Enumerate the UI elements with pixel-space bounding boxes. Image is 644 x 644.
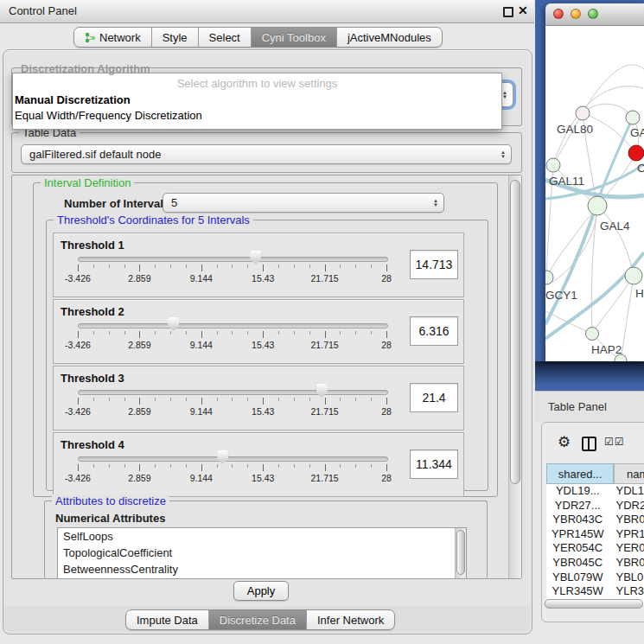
settings-scroll-panel: Interval Definition Number of Intervals …	[11, 175, 522, 579]
list-item[interactable]: BetweennessCentrality	[58, 561, 466, 577]
node-red-selected[interactable]	[628, 145, 644, 161]
threshold-panel-3: Threshold 3 -3.4262.8599.14415.4321.7152…	[53, 366, 464, 430]
table-horizontal-scrollbar[interactable]	[545, 599, 643, 609]
threshold-2-ticks	[78, 331, 387, 338]
table-row[interactable]: YLR345WYLR3	[546, 584, 644, 599]
threshold-1-tick-labels: -3.4262.8599.14415.4321.71528	[78, 273, 386, 284]
number-of-intervals-label: Number of Intervals	[64, 197, 169, 210]
node-gal80[interactable]	[576, 106, 590, 120]
column-header-name[interactable]: name	[614, 463, 644, 484]
algorithm-placeholder-option[interactable]: Select algorithm to view settings	[13, 77, 501, 90]
label-hap2: HAP2	[591, 343, 622, 356]
apply-button[interactable]: Apply	[233, 581, 289, 601]
stepper-icon: ▲▼	[501, 150, 506, 159]
column-header-shared-name[interactable]: shared...	[546, 463, 614, 484]
select-columns-icons[interactable]: ☑☑	[604, 436, 625, 448]
control-panel-tabs: Network Style Select Cyni Toolbox jActiv…	[73, 27, 443, 48]
threshold-3-slider-track[interactable]	[78, 390, 388, 395]
table-row[interactable]: YER054CYER0	[546, 541, 644, 556]
minimize-traffic-light-icon[interactable]	[571, 9, 581, 19]
list-item[interactable]: SelfLoops	[58, 528, 466, 545]
number-of-intervals-combobox[interactable]: 5 ▲▼	[163, 193, 444, 213]
bottom-tabs: Impute Data Discretize Data Infer Networ…	[125, 609, 395, 630]
threshold-4-value-field[interactable]	[410, 450, 458, 479]
threshold-3-value-field[interactable]	[410, 383, 458, 412]
node-gal4[interactable]	[588, 196, 607, 215]
network-canvas[interactable]: GAL80 GA C GAL11 GAL4 GCY1 H HAP2	[545, 26, 644, 361]
tab-select[interactable]: Select	[199, 28, 252, 47]
network-window-titlebar	[545, 3, 644, 26]
threshold-4-slider-track[interactable]	[78, 456, 388, 462]
table-data-combobox[interactable]: galFiltered.sif default node ▲▼	[21, 144, 512, 164]
node-h[interactable]	[625, 267, 642, 284]
threshold-panel-4: Threshold 4 -3.4262.8599.14415.4321.7152…	[53, 432, 464, 497]
label-gal4: GAL4	[600, 220, 630, 233]
threshold-3-slider-thumb[interactable]	[316, 384, 328, 398]
threshold-4-ticks	[78, 464, 387, 471]
network-view-window: GAL80 GA C GAL11 GAL4 GCY1 H HAP2	[545, 3, 644, 361]
tab-style[interactable]: Style	[152, 28, 199, 47]
zoom-traffic-light-icon[interactable]	[588, 9, 598, 19]
interval-definition-title: Interval Definition	[41, 176, 134, 189]
table-data-group: Table Data galFiltered.sif default node …	[11, 132, 522, 173]
node-gal11[interactable]	[546, 158, 560, 172]
list-scrollbar-thumb[interactable]	[456, 530, 465, 575]
threshold-2-slider-track[interactable]	[78, 323, 388, 328]
list-scrollbar[interactable]	[455, 528, 466, 578]
tab-network[interactable]: Network	[74, 28, 152, 47]
stepper-icon: ▲▼	[433, 199, 438, 207]
tab-cyni-toolbox[interactable]: Cyni Toolbox	[252, 28, 337, 47]
close-traffic-light-icon[interactable]	[553, 9, 564, 19]
threshold-1-slider-track[interactable]	[78, 257, 388, 262]
panel-title: Control Panel	[9, 4, 77, 17]
node-hap2[interactable]	[586, 328, 599, 341]
threshold-4-tick-labels: -3.4262.8599.14415.4321.71528	[78, 473, 386, 483]
table-row[interactable]: YBL079WYBL0	[546, 571, 644, 585]
number-of-intervals-value: 5	[171, 196, 177, 209]
tab-jactivemnodules[interactable]: jActiveMNodules	[337, 28, 442, 47]
threshold-1-value-field[interactable]	[410, 250, 458, 279]
threshold-1-ticks	[78, 265, 387, 271]
threshold-4-label: Threshold 4	[61, 438, 124, 451]
node-top-right[interactable]	[626, 111, 640, 124]
algorithm-option-equal-width[interactable]: Equal Width/Frequency Discretization	[15, 109, 202, 122]
table-row[interactable]: YPR145WYPR1	[546, 527, 644, 542]
threshold-3-ticks	[78, 398, 387, 405]
settings-scrollbar[interactable]	[508, 175, 521, 578]
threshold-2-value-field[interactable]	[410, 316, 458, 346]
label-h: H	[635, 287, 644, 300]
tab-impute-data[interactable]: Impute Data	[126, 610, 209, 629]
table-panel-header: Table Panel	[535, 391, 644, 422]
threshold-3-label: Threshold 3	[61, 372, 124, 385]
table-row[interactable]: YDL19...YDL1	[546, 484, 644, 499]
close-icon[interactable]: ✕	[518, 3, 528, 17]
threshold-panel-1: Threshold 1 -3.4262.8599.14415.4321.7152…	[53, 233, 464, 297]
node-table: YDL19...YDL1 YDR27...YDR2 YBR043CYBR0 YP…	[546, 484, 644, 605]
stepper-icon: ▲▼	[502, 91, 507, 99]
settings-scrollbar-thumb[interactable]	[510, 180, 520, 484]
gear-icon[interactable]: ⚙	[558, 433, 571, 451]
application-window: Control Panel ✕ Network Style Select Cyn…	[0, 0, 644, 644]
discretization-group-title: Discretization Algorithm	[21, 62, 150, 75]
algorithm-option-manual[interactable]: Manual Discretization	[15, 93, 131, 106]
list-item[interactable]: TopologicalCoefficient	[58, 545, 466, 561]
attributes-title: Attributes to discretize	[52, 494, 169, 507]
tab-infer-network[interactable]: Infer Network	[307, 610, 394, 629]
table-row[interactable]: YBR043CYBR0	[546, 513, 644, 527]
threshold-4-slider-thumb[interactable]	[217, 450, 228, 464]
float-window-icon[interactable]	[503, 7, 513, 17]
threshold-1-slider-thumb[interactable]	[250, 251, 261, 265]
threshold-1-label: Threshold 1	[61, 239, 124, 252]
split-view-icon[interactable]	[582, 437, 596, 451]
label-c: C	[637, 162, 644, 175]
threshold-2-label: Threshold 2	[61, 305, 124, 318]
network-node-labels: GAL80 GA C GAL11 GAL4 GCY1 H HAP2	[545, 123, 644, 356]
thresholds-group: Threshold's Coordinates for 5 Intervals …	[46, 220, 488, 491]
algorithm-dropdown-popup: Select algorithm to view settings Manual…	[12, 73, 502, 130]
table-row[interactable]: YDR27...YDR2	[546, 499, 644, 513]
label-ga: GA	[630, 126, 644, 139]
threshold-2-slider-thumb[interactable]	[168, 317, 179, 331]
table-row[interactable]: YBR045CYBR0	[546, 556, 644, 571]
threshold-3-tick-labels: -3.4262.8599.14415.4321.71528	[78, 406, 386, 417]
tab-discretize-data[interactable]: Discretize Data	[209, 610, 307, 629]
